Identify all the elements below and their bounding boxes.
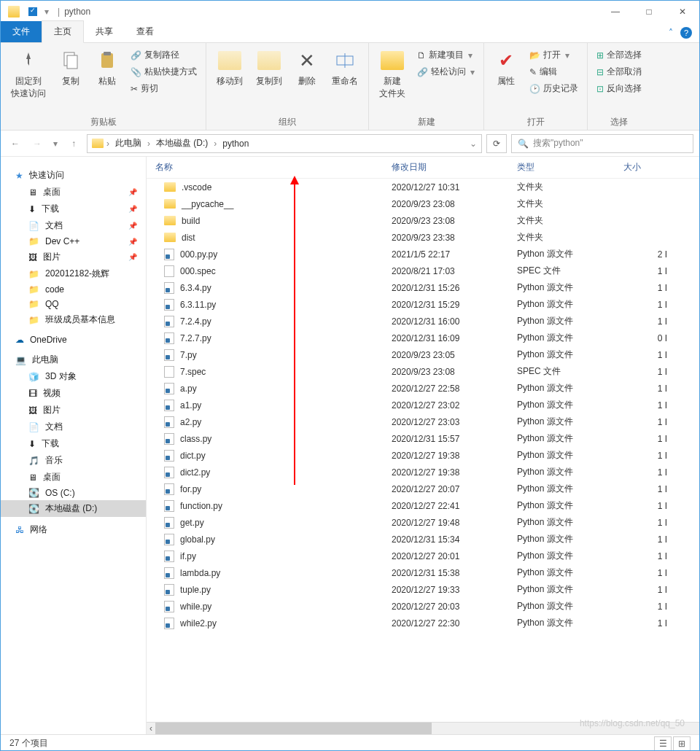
back-button[interactable]: ←	[7, 135, 24, 152]
help-icon[interactable]: ?	[680, 27, 692, 39]
copy-button[interactable]: 复制	[55, 46, 87, 90]
sidebar-item[interactable]: 📁Dev C++📌	[1, 234, 146, 249]
up-button[interactable]: ↑	[65, 135, 82, 152]
new-item-button[interactable]: 🗋新建项目▾	[414, 47, 478, 63]
moveto-button[interactable]: 移动到	[212, 46, 247, 90]
sidebar-this-pc[interactable]: 💻此电脑	[1, 351, 146, 368]
file-row[interactable]: a2.py2020/12/27 23:03Python 源文件1 I	[147, 413, 699, 430]
qat-checkbox[interactable]	[28, 7, 37, 16]
pin-to-quick-access-button[interactable]: 固定到 快速访问	[7, 46, 50, 103]
file-name: global.py	[180, 534, 215, 545]
sidebar-quick-access[interactable]: ★快速访问	[1, 167, 146, 184]
file-row[interactable]: if.py2020/12/27 20:01Python 源文件1 I	[147, 548, 699, 564]
breadcrumb[interactable]: 本地磁盘 (D:)	[153, 137, 211, 149]
qat-dropdown-icon[interactable]: ▾	[44, 7, 49, 17]
easy-access-button[interactable]: 🔗轻松访问▾	[414, 64, 478, 79]
column-headers[interactable]: 名称 修改日期 类型 大小	[147, 157, 699, 179]
copy-path-button[interactable]: 🔗复制路径	[128, 47, 200, 63]
search-box[interactable]: 🔍 搜索"python"	[511, 134, 693, 153]
refresh-button[interactable]: ⟳	[486, 134, 507, 153]
new-folder-button[interactable]: 新建 文件夹	[375, 46, 410, 103]
file-list[interactable]: .vscode2020/12/27 10:31文件夹__pycache__202…	[147, 179, 699, 722]
sidebar-item[interactable]: 📄文档📌	[1, 217, 146, 234]
sidebar-item[interactable]: 🎵音乐	[1, 452, 146, 469]
file-row[interactable]: function.py2020/12/27 22:41Python 源文件1 I	[147, 497, 699, 514]
file-row[interactable]: global.py2020/12/31 15:34Python 源文件1 I	[147, 531, 699, 548]
file-row[interactable]: 7.2.7.py2020/12/31 16:09Python 源文件0 I	[147, 330, 699, 346]
sidebar-item[interactable]: 💽本地磁盘 (D:)	[1, 500, 146, 517]
file-row[interactable]: 000.py.py2021/1/5 22:17Python 源文件2 I	[147, 246, 699, 262]
sidebar-item[interactable]: 📁QQ	[1, 297, 146, 311]
file-row[interactable]: dist2020/9/23 23:38文件夹	[147, 229, 699, 246]
sidebar-onedrive[interactable]: ☁OneDrive	[1, 332, 146, 347]
tab-file[interactable]: 文件	[1, 21, 42, 42]
file-row[interactable]: while2.py2020/12/27 22:30Python 源文件1 I	[147, 615, 699, 631]
file-row[interactable]: __pycache__2020/9/23 23:08文件夹	[147, 195, 699, 212]
properties-button[interactable]: ✔属性	[490, 46, 522, 90]
file-row[interactable]: dict2.py2020/12/27 19:38Python 源文件1 I	[147, 464, 699, 480]
edit-button[interactable]: ✎编辑	[526, 64, 581, 79]
sidebar-item[interactable]: 📄文档	[1, 419, 146, 435]
col-type[interactable]: 类型	[517, 161, 623, 174]
file-row[interactable]: while.py2020/12/27 20:03Python 源文件1 I	[147, 598, 699, 615]
select-all-button[interactable]: ⊞全部选择	[594, 47, 645, 63]
copyto-button[interactable]: 复制到	[252, 46, 287, 90]
invert-selection-button[interactable]: ⊡反向选择	[594, 81, 645, 96]
sidebar-item[interactable]: 📁班级成员基本信息	[1, 311, 146, 328]
address-bar[interactable]: › 此电脑 › 本地磁盘 (D:) › python ⌄	[87, 134, 482, 153]
file-row[interactable]: 7.2.4.py2020/12/31 16:00Python 源文件1 I	[147, 313, 699, 330]
sidebar-item[interactable]: 📁code	[1, 282, 146, 297]
sidebar-item[interactable]: 🖼图片📌	[1, 249, 146, 265]
open-button[interactable]: 📂打开▾	[526, 47, 581, 63]
cut-button[interactable]: ✂剪切	[128, 81, 200, 96]
select-none-button[interactable]: ⊟全部取消	[594, 64, 645, 79]
view-thumbnails-button[interactable]: ⊞	[673, 736, 691, 751]
file-row[interactable]: .vscode2020/12/27 10:31文件夹	[147, 179, 699, 195]
file-row[interactable]: a.py2020/12/27 22:58Python 源文件1 I	[147, 380, 699, 397]
file-row[interactable]: build2020/9/23 23:08文件夹	[147, 212, 699, 229]
view-details-button[interactable]: ☰	[654, 736, 672, 751]
col-size[interactable]: 大小	[623, 161, 667, 174]
history-button[interactable]: 🕑历史记录	[526, 81, 581, 96]
breadcrumb[interactable]: python	[219, 139, 252, 149]
delete-button[interactable]: ✕删除	[291, 46, 323, 90]
file-row[interactable]: a1.py2020/12/27 23:02Python 源文件1 I	[147, 397, 699, 413]
maximize-button[interactable]: □	[632, 1, 666, 23]
sidebar-item[interactable]: 🖼图片	[1, 402, 146, 419]
paste-shortcut-button[interactable]: 📎粘贴快捷方式	[128, 64, 200, 79]
file-row[interactable]: get.py2020/12/27 19:48Python 源文件1 I	[147, 514, 699, 531]
file-row[interactable]: 6.3.11.py2020/12/31 15:29Python 源文件1 I	[147, 296, 699, 313]
tab-view[interactable]: 查看	[125, 21, 166, 42]
rename-button[interactable]: 重命名	[327, 46, 362, 90]
sidebar-item[interactable]: 📁202012182-姚辉	[1, 265, 146, 282]
breadcrumb[interactable]: 此电脑	[112, 137, 144, 149]
file-row[interactable]: 000.spec2020/8/21 17:03SPEC 文件1 I	[147, 262, 699, 279]
sidebar-item[interactable]: ⬇下载📌	[1, 201, 146, 217]
sidebar-network[interactable]: 🖧网络	[1, 521, 146, 538]
sidebar-item[interactable]: 💽OS (C:)	[1, 486, 146, 500]
minimize-button[interactable]: —	[599, 1, 632, 23]
col-name[interactable]: 名称	[155, 161, 392, 174]
forward-button[interactable]: →	[28, 135, 46, 152]
paste-button[interactable]: 粘贴	[91, 46, 123, 90]
file-row[interactable]: class.py2020/12/31 15:57Python 源文件1 I	[147, 430, 699, 447]
recent-button[interactable]: ▾	[50, 135, 61, 152]
close-button[interactable]: ✕	[666, 1, 699, 23]
file-row[interactable]: 7.py2020/9/23 23:05Python 源文件1 I	[147, 346, 699, 363]
col-date[interactable]: 修改日期	[392, 161, 517, 174]
sidebar-item[interactable]: 🎞视频	[1, 385, 146, 402]
file-row[interactable]: 6.3.4.py2020/12/31 15:26Python 源文件1 I	[147, 279, 699, 296]
tab-home[interactable]: 主页	[42, 20, 84, 43]
file-row[interactable]: dict.py2020/12/27 19:38Python 源文件1 I	[147, 447, 699, 464]
address-dropdown-icon[interactable]: ⌄	[470, 139, 477, 149]
collapse-ribbon-icon[interactable]: ˄	[669, 28, 673, 38]
tab-share[interactable]: 共享	[84, 21, 125, 42]
file-row[interactable]: 7.spec2020/9/23 23:08SPEC 文件1 I	[147, 363, 699, 380]
sidebar-item[interactable]: 🖥桌面	[1, 469, 146, 486]
file-row[interactable]: lambda.py2020/12/31 15:38Python 源文件1 I	[147, 564, 699, 581]
sidebar-item[interactable]: ⬇下载	[1, 435, 146, 452]
file-row[interactable]: tuple.py2020/12/27 19:33Python 源文件1 I	[147, 581, 699, 598]
sidebar-item[interactable]: 🧊3D 对象	[1, 368, 146, 385]
file-row[interactable]: for.py2020/12/27 20:07Python 源文件1 I	[147, 480, 699, 497]
sidebar-item[interactable]: 🖥桌面📌	[1, 184, 146, 201]
